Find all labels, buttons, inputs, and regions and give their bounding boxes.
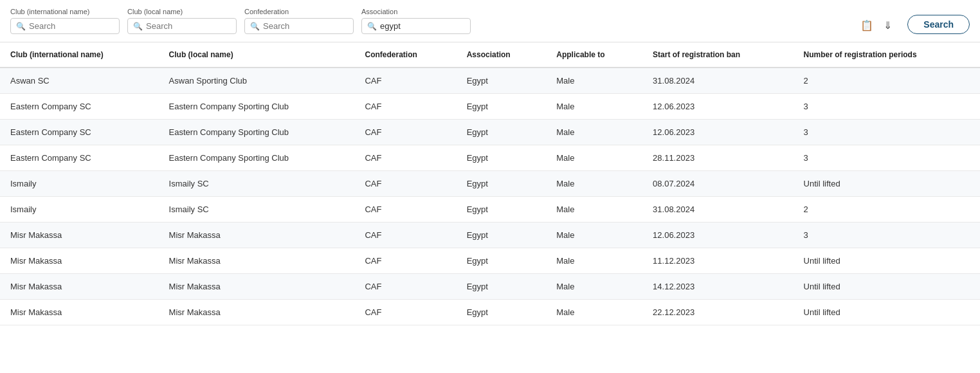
col-header-club-local: Club (local name) [159, 42, 355, 68]
cell-row4-col5: 08.07.2024 [642, 171, 794, 197]
table-header-row: Club (international name) Club (local na… [0, 42, 980, 68]
cell-row4-col0: Ismaily [0, 171, 159, 197]
cell-row1-col4: Male [546, 94, 642, 120]
cell-row3-col0: Eastern Company SC [0, 145, 159, 171]
cell-row2-col0: Eastern Company SC [0, 120, 159, 145]
search-button[interactable]: Search [907, 15, 970, 34]
col-header-club-intl: Club (international name) [0, 42, 159, 68]
col-header-confederation: Confederation [354, 42, 456, 68]
cell-row2-col1: Eastern Company Sporting Club [159, 120, 355, 145]
filter-confederation: Confederation 🔍 [244, 8, 354, 34]
cell-row5-col6: 2 [794, 197, 980, 223]
filter-club-international: Club (international name) 🔍 [10, 8, 120, 34]
cell-row8-col3: Egypt [457, 274, 547, 300]
cell-row5-col0: Ismaily [0, 197, 159, 223]
cell-row1-col2: CAF [354, 94, 456, 120]
toolbar-icons: 📋 ⇓ [858, 17, 894, 34]
cell-row7-col6: Until lifted [794, 248, 980, 274]
cell-row0-col2: CAF [354, 68, 456, 94]
cell-row5-col1: Ismaily SC [159, 197, 355, 223]
cell-row8-col1: Misr Makassa [159, 274, 355, 300]
cell-row6-col1: Misr Makassa [159, 223, 355, 248]
cell-row4-col4: Male [546, 171, 642, 197]
cell-row2-col2: CAF [354, 120, 456, 145]
cell-row4-col1: Ismaily SC [159, 171, 355, 197]
cell-row1-col0: Eastern Company SC [0, 94, 159, 120]
cell-row6-col3: Egypt [457, 223, 547, 248]
search-icon-club-local: 🔍 [133, 22, 143, 31]
cell-row3-col2: CAF [354, 145, 456, 171]
table-row: Eastern Company SCEastern Company Sporti… [0, 145, 980, 171]
filter-bar: Club (international name) 🔍 Club (local … [0, 0, 980, 42]
cell-row8-col2: CAF [354, 274, 456, 300]
cell-row3-col3: Egypt [457, 145, 547, 171]
cell-row7-col1: Misr Makassa [159, 248, 355, 274]
col-header-start-date: Start of registration ban [642, 42, 794, 68]
cell-row7-col3: Egypt [457, 248, 547, 274]
table-row: Eastern Company SCEastern Company Sporti… [0, 120, 980, 145]
cell-row5-col4: Male [546, 197, 642, 223]
cell-row2-col5: 12.06.2023 [642, 120, 794, 145]
association-label: Association [361, 8, 471, 15]
cell-row3-col1: Eastern Company Sporting Club [159, 145, 355, 171]
table-row: Misr MakassaMisr MakassaCAFEgyptMale11.1… [0, 248, 980, 274]
association-input-wrapper: 🔍 [361, 18, 471, 34]
search-icon-confederation: 🔍 [250, 22, 260, 31]
cell-row0-col1: Aswan Sporting Club [159, 68, 355, 94]
cell-row2-col3: Egypt [457, 120, 547, 145]
cell-row0-col3: Egypt [457, 68, 547, 94]
confederation-input[interactable] [263, 21, 348, 31]
cell-row0-col0: Aswan SC [0, 68, 159, 94]
cell-row3-col6: 3 [794, 145, 980, 171]
club-international-input[interactable] [29, 21, 114, 31]
search-icon-club-intl: 🔍 [16, 22, 26, 31]
cell-row2-col6: 3 [794, 120, 980, 145]
cell-row6-col0: Misr Makassa [0, 223, 159, 248]
club-local-input[interactable] [146, 21, 231, 31]
results-table-container: Club (international name) Club (local na… [0, 42, 980, 325]
filter-association: Association 🔍 [361, 8, 471, 34]
cell-row4-col2: CAF [354, 171, 456, 197]
club-international-input-wrapper: 🔍 [10, 18, 120, 34]
table-row: Misr MakassaMisr MakassaCAFEgyptMale22.1… [0, 300, 980, 325]
cell-row7-col4: Male [546, 248, 642, 274]
cell-row5-col2: CAF [354, 197, 456, 223]
cell-row9-col6: Until lifted [794, 300, 980, 325]
cell-row6-col4: Male [546, 223, 642, 248]
cell-row1-col6: 3 [794, 94, 980, 120]
cell-row8-col4: Male [546, 274, 642, 300]
confederation-label: Confederation [244, 8, 354, 15]
table-row: Eastern Company SCEastern Company Sporti… [0, 94, 980, 120]
results-table: Club (international name) Club (local na… [0, 42, 980, 325]
col-header-applicable-to: Applicable to [546, 42, 642, 68]
copy-icon-button[interactable]: 📋 [858, 17, 876, 34]
cell-row9-col3: Egypt [457, 300, 547, 325]
cell-row2-col4: Male [546, 120, 642, 145]
table-row: IsmailyIsmaily SCCAFEgyptMale31.08.20242 [0, 197, 980, 223]
cell-row0-col6: 2 [794, 68, 980, 94]
cell-row9-col0: Misr Makassa [0, 300, 159, 325]
cell-row6-col2: CAF [354, 223, 456, 248]
cell-row1-col5: 12.06.2023 [642, 94, 794, 120]
cell-row4-col6: Until lifted [794, 171, 980, 197]
cell-row8-col6: Until lifted [794, 274, 980, 300]
table-row: Misr MakassaMisr MakassaCAFEgyptMale14.1… [0, 274, 980, 300]
cell-row3-col5: 28.11.2023 [642, 145, 794, 171]
cell-row1-col3: Egypt [457, 94, 547, 120]
table-row: Misr MakassaMisr MakassaCAFEgyptMale12.0… [0, 223, 980, 248]
cell-row1-col1: Eastern Company Sporting Club [159, 94, 355, 120]
filter-club-local: Club (local name) 🔍 [127, 8, 237, 34]
cell-row7-col5: 11.12.2023 [642, 248, 794, 274]
club-local-input-wrapper: 🔍 [127, 18, 237, 34]
download-icon-button[interactable]: ⇓ [881, 17, 894, 34]
col-header-num-periods: Number of registration periods [794, 42, 980, 68]
confederation-input-wrapper: 🔍 [244, 18, 354, 34]
cell-row4-col3: Egypt [457, 171, 547, 197]
cell-row8-col0: Misr Makassa [0, 274, 159, 300]
cell-row3-col4: Male [546, 145, 642, 171]
table-row: IsmailyIsmaily SCCAFEgyptMale08.07.2024U… [0, 171, 980, 197]
cell-row9-col4: Male [546, 300, 642, 325]
association-input[interactable] [380, 21, 465, 31]
club-local-label: Club (local name) [127, 8, 237, 15]
col-header-association: Association [457, 42, 547, 68]
